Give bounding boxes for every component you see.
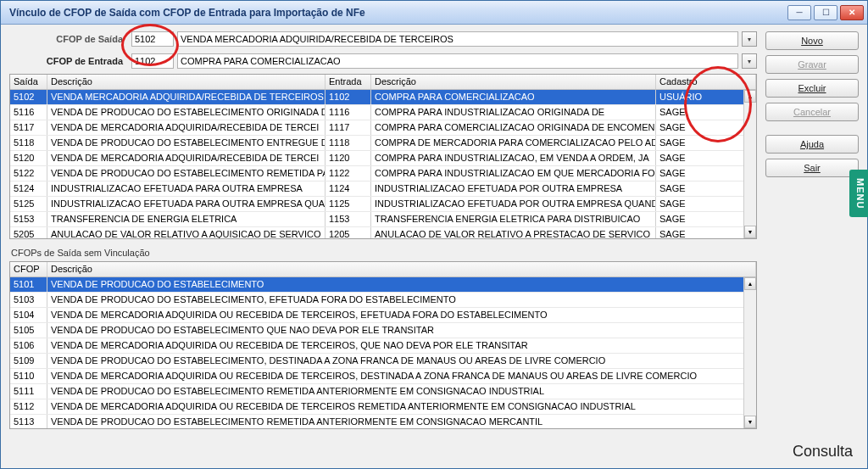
table-row[interactable]: 5120VENDA DE MERCADORIA ADQUIRIDA/RECEBI… <box>10 151 756 166</box>
table-row[interactable]: 5103VENDA DE PRODUCAO DO ESTABELECIMENTO… <box>10 293 756 308</box>
table-row[interactable]: 5110VENDA DE MERCADORIA ADQUIRIDA OU REC… <box>10 369 756 384</box>
cfop-saida-desc-input[interactable] <box>177 31 738 47</box>
col-desc[interactable]: Descrição <box>47 262 756 276</box>
scroll-down-icon[interactable]: ▼ <box>744 416 756 428</box>
table-row[interactable]: 5112VENDA DE MERCADORIA ADQUIRIDA OU REC… <box>10 399 756 415</box>
scroll-up-icon[interactable]: ▲ <box>744 277 756 290</box>
col-desc-entrada[interactable]: Descrição <box>371 75 656 89</box>
close-button[interactable]: ✕ <box>840 5 864 20</box>
cfop-entrada-code-input[interactable] <box>131 53 174 69</box>
cfop-saida-dropdown-button[interactable]: ▾ <box>742 31 757 47</box>
sem-vinculacao-grid-scrollbar[interactable]: ▲ ▼ <box>743 277 756 428</box>
status-mode-label: Consulta <box>793 443 853 461</box>
table-row[interactable]: 5109VENDA DE PRODUCAO DO ESTABELECIMENTO… <box>10 354 756 369</box>
table-row[interactable]: 5153TRANSFERENCIA DE ENERGIA ELETRICA115… <box>10 212 756 227</box>
table-row[interactable]: 5116VENDA DE PRODUCAO DO ESTABELECIMENTO… <box>10 105 756 120</box>
maximize-button[interactable]: ☐ <box>814 5 837 20</box>
menu-tab[interactable]: MENU <box>849 170 868 217</box>
scroll-up-icon[interactable]: ▲ <box>744 90 756 103</box>
table-row[interactable]: 5124INDUSTRIALIZACAO EFETUADA PARA OUTRA… <box>10 181 756 197</box>
vinculos-grid-header: Saída Descrição Entrada Descrição Cadast… <box>10 75 756 90</box>
cancelar-button[interactable]: Cancelar <box>765 103 859 121</box>
table-row[interactable]: 5117VENDA DE MERCADORIA ADQUIRIDA/RECEBI… <box>10 120 756 136</box>
table-row[interactable]: 5105VENDA DE PRODUCAO DO ESTABELECIMENTO… <box>10 323 756 338</box>
col-saida[interactable]: Saída <box>10 75 47 89</box>
cfop-saida-code-input[interactable] <box>131 31 174 47</box>
window-title: Vínculo de CFOP de Saída com CFOP de Ent… <box>4 7 787 19</box>
table-row[interactable]: 5125INDUSTRIALIZACAO EFETUADA PARA OUTRA… <box>10 197 756 212</box>
table-row[interactable]: 5113VENDA DE PRODUCAO DO ESTABELECIMENTO… <box>10 415 756 429</box>
sair-button[interactable]: Sair <box>765 159 859 177</box>
table-row[interactable]: 5104VENDA DE MERCADORIA ADQUIRIDA OU REC… <box>10 308 756 323</box>
sem-vinculacao-label: CFOPs de Saída sem Vinculação <box>11 248 757 258</box>
cfop-entrada-desc-input[interactable] <box>177 53 738 69</box>
scroll-down-icon[interactable]: ▼ <box>744 226 756 238</box>
minimize-button[interactable]: ─ <box>787 5 811 20</box>
col-entrada[interactable]: Entrada <box>326 75 371 89</box>
gravar-button[interactable]: Gravar <box>765 55 859 74</box>
cfop-entrada-label: CFOP de Entrada <box>9 56 128 66</box>
titlebar: Vínculo de CFOP de Saída com CFOP de Ent… <box>1 1 867 25</box>
table-row[interactable]: 5118VENDA DE PRODUCAO DO ESTABELECIMENTO… <box>10 136 756 151</box>
col-cfop[interactable]: CFOP <box>10 262 47 276</box>
table-row[interactable]: 5205ANULACAO DE VALOR RELATIVO A AQUISIC… <box>10 227 756 239</box>
table-row[interactable]: 5111VENDA DE PRODUCAO DO ESTABELECIMENTO… <box>10 384 756 399</box>
sem-vinculacao-grid[interactable]: CFOP Descrição 5101VENDA DE PRODUCAO DO … <box>9 261 757 429</box>
table-row[interactable]: 5102VENDA MERCADORIA ADQUIRIDA/RECEBIDA … <box>10 90 756 105</box>
excluir-button[interactable]: Excluir <box>765 79 859 98</box>
col-cadastro[interactable]: Cadastro <box>656 75 756 89</box>
vinculos-grid-scrollbar[interactable]: ▲ ▼ <box>743 90 756 238</box>
table-row[interactable]: 5101VENDA DE PRODUCAO DO ESTABELECIMENTO <box>10 277 756 293</box>
cfop-entrada-dropdown-button[interactable]: ▾ <box>742 53 757 69</box>
table-row[interactable]: 5122VENDA DE PRODUCAO DO ESTABELECIMENTO… <box>10 166 756 181</box>
novo-button[interactable]: Novo <box>765 31 859 50</box>
cfop-saida-label: CFOP de Saída <box>9 34 128 44</box>
sem-vinculacao-grid-header: CFOP Descrição <box>10 262 756 277</box>
table-row[interactable]: 5106VENDA DE MERCADORIA ADQUIRIDA OU REC… <box>10 338 756 354</box>
vinculos-grid[interactable]: Saída Descrição Entrada Descrição Cadast… <box>9 74 757 239</box>
col-desc-saida[interactable]: Descrição <box>47 75 326 89</box>
ajuda-button[interactable]: Ajuda <box>765 135 859 154</box>
